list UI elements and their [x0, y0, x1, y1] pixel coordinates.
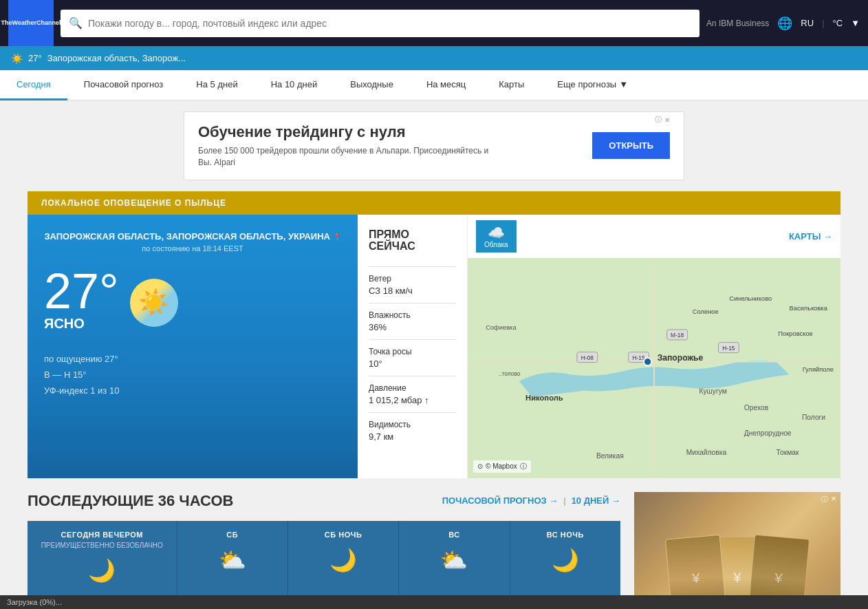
weather-details: по ощущению 27° В — Н 15° УФ-индекс 1 из… — [44, 351, 341, 399]
svg-text:Софиевка: Софиевка — [486, 324, 517, 331]
detail-pressure: Давление 1 015,2 мбар ↑ — [369, 376, 456, 412]
tab-maps[interactable]: Карты — [482, 70, 541, 100]
svg-text:Пологи: Пологи — [802, 413, 825, 420]
ad-title: Обучение трейдингу с нуля — [198, 123, 592, 141]
map-header: ☁️ Облака КАРТЫ → — [468, 215, 840, 258]
weather-left-panel: ЗАПОРОЖСКАЯ ОБЛАСТЬ, ЗАПОРОЖСКАЯ ОБЛАСТЬ… — [28, 215, 358, 478]
right-ad-close-icon[interactable]: ✕ — [831, 495, 836, 504]
svg-text:Соленое: Соленое — [693, 308, 719, 314]
location-pin-icon: 📍 — [333, 233, 341, 241]
hourly-icon-4: 🌙 — [517, 547, 614, 573]
logo[interactable]: The Weather Channel — [8, 0, 54, 46]
logo-line3: Channel — [36, 19, 61, 27]
detail-dewpoint: Точка росы 10° — [369, 339, 456, 376]
ad-close-icon[interactable]: ✕ — [664, 116, 670, 124]
svg-text:..толово: ..толово — [499, 370, 521, 377]
ad-content: Обучение трейдингу с нуля Более 150 000 … — [198, 123, 592, 169]
hourly-forecast-link[interactable]: ПОЧАСОВОЙ ПРОГНОЗ → — [442, 495, 558, 506]
uv-index: УФ-индекс 1 из 10 — [44, 383, 341, 398]
svg-text:Токмак: Токмак — [777, 449, 799, 456]
weather-temp-big: 27° ЯСНО — [44, 266, 119, 340]
weather-main-display: 27° ЯСНО ☀️ — [44, 266, 341, 340]
weather-section: ЗАПОРОЖСКАЯ ОБЛАСТЬ, ЗАПОРОЖСКАЯ ОБЛАСТЬ… — [28, 215, 840, 478]
ad-banner-container: ⓘ ✕ Обучение трейдингу с нуля Более 150 … — [0, 100, 868, 191]
detail-wind: Ветер СЗ 18 км/ч — [369, 266, 456, 303]
hourly-card-3: ВС ⛅ — [399, 521, 510, 599]
mapbox-logo: ⊙ — [477, 462, 483, 470]
svg-text:Синельниково: Синельниково — [729, 295, 772, 301]
hourly-card-1: СБ ⛅ — [177, 521, 288, 599]
svg-text:Н-15: Н-15 — [632, 354, 645, 361]
top-right-info: An IBM Business 🌐 RU | °C ▼ — [706, 16, 860, 31]
detail-humidity: Влажность 36% — [369, 303, 456, 339]
map-info-icon[interactable]: ⓘ — [520, 462, 527, 471]
ibm-label: An IBM Business — [706, 19, 769, 28]
mapbox-label: © Mapbox — [486, 462, 517, 470]
tab-hourly[interactable]: Почасовой прогноз — [67, 70, 180, 100]
maps-link[interactable]: КАРТЫ → — [789, 231, 832, 242]
ad-box: ⓘ ✕ Обучение трейдингу с нуля Более 150 … — [184, 111, 684, 180]
right-ad: ⓘ ✕ ¥ ¥ ¥ — [634, 478, 840, 609]
feels-like: по ощущению 27° — [44, 351, 341, 367]
hourly-icon-2: 🌙 — [295, 547, 391, 573]
location-bar: ☀️ 27° Запорожская область, Запорож... — [0, 46, 868, 70]
separator: | — [822, 18, 824, 28]
svg-text:М-18: М-18 — [671, 332, 684, 339]
globe-icon: 🌐 — [777, 16, 792, 31]
svg-text:Орехов: Орехов — [744, 403, 768, 411]
hourly-links: ПОЧАСОВОЙ ПРОГНОЗ → | 10 ДНЕЙ → — [442, 495, 620, 506]
hourly-section: ПОСЛЕДУЮЩИЕ 36 ЧАСОВ ПОЧАСОВОЙ ПРОГНОЗ →… — [28, 478, 620, 609]
svg-point-16 — [644, 358, 651, 365]
unit-dropdown-icon[interactable]: ▼ — [851, 18, 860, 28]
svg-text:Запорожье: Запорожье — [658, 352, 704, 362]
tab-5day[interactable]: На 5 дней — [180, 70, 254, 100]
search-icon: 🔍 — [69, 17, 83, 30]
hourly-card-2: СБ НОЧЬ 🌙 — [288, 521, 399, 599]
chevron-down-icon: ▼ — [619, 79, 628, 89]
location-name: Запорожская область, Запорож... — [47, 53, 186, 63]
hourly-icon-3: ⛅ — [406, 547, 502, 573]
map-container[interactable]: М-18 Н-15 Н-08 Н-15 Синельниково Васильк… — [468, 258, 840, 478]
language-label[interactable]: RU — [801, 18, 814, 28]
svg-text:Михайловка: Михайловка — [686, 449, 727, 456]
pollen-alert: ЛОКАЛЬНОЕ ОПОВЕЩЕНИЕ О ПЫЛЬЦЕ — [28, 191, 840, 215]
right-ad-info-icon[interactable]: ⓘ — [821, 495, 828, 504]
unit-label[interactable]: °C — [833, 18, 843, 28]
hourly-header: ПОСЛЕДУЮЩИЕ 36 ЧАСОВ ПОЧАСОВОЙ ПРОГНОЗ →… — [28, 492, 620, 510]
link-separator: | — [563, 495, 565, 506]
low-high: В — Н 15° — [44, 367, 341, 383]
hourly-card-0: СЕГОДНЯ ВЕЧЕРОМ ПРЕИМУЩЕСТВЕННО БЕЗОБЛАЧ… — [28, 521, 177, 599]
status-text: Загрузка (0%)... — [7, 598, 62, 606]
ad-description: Более 150 000 трейдеров прошли обучение … — [198, 145, 501, 169]
tab-10day[interactable]: На 10 дней — [254, 70, 334, 100]
now-label: ПРЯМО СЕЙЧАС — [369, 228, 456, 253]
hourly-icon-1: ⛅ — [184, 547, 281, 573]
hourly-cards: СЕГОДНЯ ВЕЧЕРОМ ПРЕИМУЩЕСТВЕННО БЕЗОБЛАЧ… — [28, 521, 620, 599]
tab-weekend[interactable]: Выходные — [334, 70, 410, 100]
svg-text:Великая: Великая — [596, 451, 624, 459]
svg-text:Кушугум: Кушугум — [699, 387, 726, 395]
hourly-icon-0: 🌙 — [34, 557, 170, 584]
weather-icon-big: ☀️ — [130, 279, 178, 327]
svg-text:Васильковка: Васильковка — [790, 304, 828, 311]
detail-visibility: Видимость 9,7 км — [369, 412, 456, 449]
svg-text:Никополь: Никополь — [525, 393, 563, 401]
weather-middle-panel: ПРЯМО СЕЙЧАС Ветер СЗ 18 км/ч Влажность … — [358, 215, 468, 478]
search-input[interactable] — [88, 18, 691, 29]
svg-text:Покровское: Покровское — [778, 330, 812, 337]
bottom-content: ПОСЛЕДУЮЩИЕ 36 ЧАСОВ ПОЧАСОВОЙ ПРОГНОЗ →… — [0, 478, 868, 609]
weather-sun-icon: ☀️ — [11, 53, 23, 64]
logo-line1: The — [1, 19, 12, 27]
top-nav: The Weather Channel 🔍 An IBM Business 🌐 … — [0, 0, 868, 46]
tab-month[interactable]: На месяц — [410, 70, 482, 100]
tab-today[interactable]: Сегодня — [0, 70, 67, 100]
weather-location-title: ЗАПОРОЖСКАЯ ОБЛАСТЬ, ЗАПОРОЖСКАЯ ОБЛАСТЬ… — [44, 231, 341, 242]
ad-open-button[interactable]: ОТКРЫТЬ — [592, 132, 670, 159]
nav-tabs: Сегодня Почасовой прогноз На 5 дней На 1… — [0, 70, 868, 100]
status-bar: Загрузка (0%)... — [0, 595, 868, 609]
ten-day-link[interactable]: 10 ДНЕЙ → — [572, 495, 620, 506]
weather-map-panel: ☁️ Облака КАРТЫ → М-18 Н-15 — [468, 215, 840, 478]
ad-info-icon[interactable]: ⓘ — [655, 115, 662, 125]
map-clouds-tab[interactable]: ☁️ Облака — [476, 220, 517, 253]
tab-more[interactable]: Еще прогнозы ▼ — [541, 70, 644, 100]
